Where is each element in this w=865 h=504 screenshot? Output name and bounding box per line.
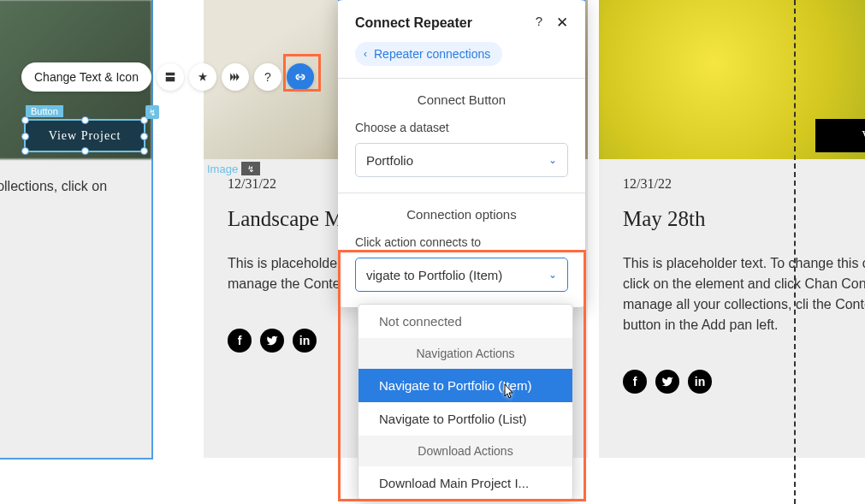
viewport-guide	[794, 0, 796, 504]
help-icon[interactable]: ?	[254, 63, 281, 91]
card-text: This is placeholder text. To change this…	[623, 253, 865, 335]
element-type-badge: Button	[26, 105, 63, 117]
card-text: ange this content, d click Change ollect…	[0, 176, 127, 217]
image-element-tag: Image ↯	[207, 162, 260, 175]
twitter-icon[interactable]	[260, 329, 284, 353]
connect-repeater-panel: Connect Repeater ? ✕ ‹ Repeater connecti…	[338, 0, 585, 307]
dataset-select[interactable]: Portfolio ⌄	[355, 143, 568, 177]
panel-title: Connect Repeater	[355, 15, 472, 31]
close-icon[interactable]: ✕	[556, 14, 568, 32]
resize-handle[interactable]	[81, 116, 89, 124]
element-toolbar: Change Text & Icon ?	[21, 62, 314, 92]
dropdown-option-download-main[interactable]: Download Main Project I...	[358, 466, 572, 500]
click-action-dropdown[interactable]: Not connected Navigation Actions Navigat…	[358, 304, 573, 501]
dropdown-heading-download: Download Actions	[358, 436, 572, 466]
choose-dataset-label: Choose a dataset	[355, 121, 568, 134]
resize-handle[interactable]	[140, 147, 148, 155]
linkedin-icon[interactable]: in	[293, 329, 317, 353]
click-action-label: Click action connects to	[355, 235, 568, 249]
click-action-select[interactable]: vigate to Portfolio (Item) ⌄	[355, 258, 568, 292]
resize-handle[interactable]	[21, 147, 29, 155]
dropdown-option-navigate-list[interactable]: Navigate to Portfolio (List)	[358, 402, 572, 436]
resize-handle[interactable]	[81, 147, 89, 155]
connect-icon: ↯	[241, 162, 260, 175]
resize-handle[interactable]	[21, 116, 29, 124]
facebook-icon[interactable]: f	[623, 370, 647, 394]
chevron-down-icon: ⌄	[548, 154, 557, 166]
social-row: f in	[623, 370, 865, 394]
connect-button-section: Connect Button	[338, 79, 585, 121]
view-project-button[interactable]: View Project	[26, 121, 144, 151]
resize-handle[interactable]	[140, 133, 148, 140]
view-project-button[interactable]: View	[815, 119, 865, 152]
linkedin-icon[interactable]: in	[688, 370, 712, 394]
twitter-icon[interactable]	[655, 370, 679, 394]
repeater-card-3[interactable]: 12/31/22 May 28th This is placeholder te…	[599, 0, 865, 458]
resize-handle[interactable]	[140, 116, 148, 124]
dropdown-heading-navigation: Navigation Actions	[358, 338, 572, 369]
facebook-icon[interactable]: f	[228, 329, 252, 353]
connection-options-section: Connection options	[338, 193, 585, 235]
dataset-value: Portfolio	[366, 153, 413, 168]
chevron-down-icon: ⌄	[548, 269, 557, 281]
layout-icon[interactable]	[157, 63, 184, 91]
resize-handle[interactable]	[21, 133, 29, 140]
svg-rect-1	[166, 77, 175, 81]
help-icon[interactable]: ?	[536, 14, 542, 32]
change-text-button[interactable]: Change Text & Icon	[21, 62, 151, 92]
card-title: May 28th	[623, 207, 865, 231]
click-action-value: vigate to Portfolio (Item)	[366, 268, 502, 282]
dropdown-option-navigate-item[interactable]: Navigate to Portfolio (Item)	[358, 369, 572, 402]
selected-button-frame[interactable]: Button ↯ View Project	[24, 119, 145, 152]
chip-label: Repeater connections	[374, 47, 490, 61]
repeater-connections-chip[interactable]: ‹ Repeater connections	[355, 42, 502, 66]
design-icon[interactable]	[189, 63, 216, 91]
tutorial-highlight-small	[283, 54, 321, 92]
connect-icon: ↯	[145, 105, 159, 119]
card-date: 12/31/22	[623, 176, 865, 192]
svg-rect-0	[166, 73, 175, 76]
animation-icon[interactable]	[222, 63, 249, 91]
chevron-left-icon: ‹	[364, 48, 367, 60]
image-tag-text: Image	[207, 163, 238, 175]
dropdown-option-not-connected[interactable]: Not connected	[358, 305, 572, 338]
